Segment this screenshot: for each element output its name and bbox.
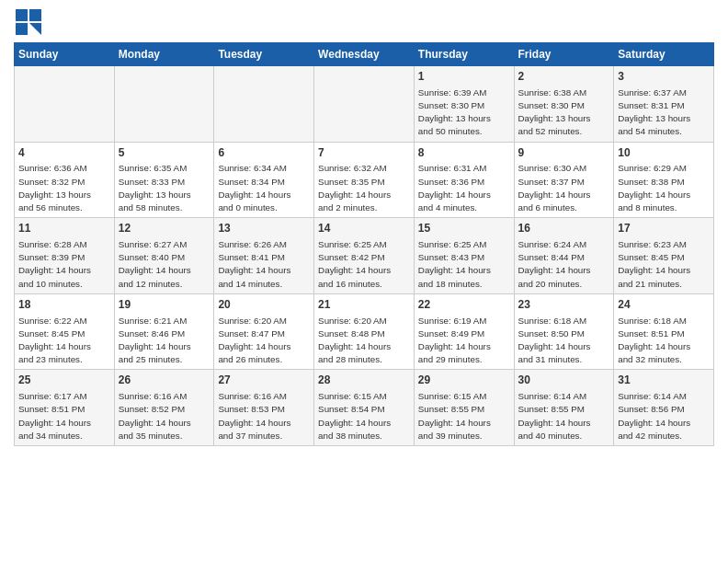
- day-of-week-header: Sunday: [15, 43, 115, 66]
- day-info-line: Sunset: 8:41 PM: [218, 252, 284, 262]
- calendar-cell: [214, 66, 314, 143]
- day-info-line: and 26 minutes.: [218, 354, 282, 364]
- day-info-line: Sunset: 8:55 PM: [418, 404, 484, 414]
- calendar-cell: 27Sunrise: 6:16 AMSunset: 8:53 PMDayligh…: [214, 370, 314, 446]
- day-info-line: and 34 minutes.: [18, 431, 83, 441]
- calendar-table: SundayMondayTuesdayWednesdayThursdayFrid…: [14, 42, 714, 446]
- day-info: Sunrise: 6:29 AMSunset: 8:38 PMDaylight:…: [618, 162, 710, 214]
- day-info-line: Sunset: 8:56 PM: [618, 404, 684, 414]
- svg-rect-2: [16, 23, 28, 35]
- day-info: Sunrise: 6:21 AMSunset: 8:46 PMDaylight:…: [119, 315, 210, 367]
- calendar-cell: 16Sunrise: 6:24 AMSunset: 8:44 PMDayligh…: [514, 218, 614, 294]
- day-info-line: Sunrise: 6:14 AM: [518, 391, 587, 401]
- calendar-cell: 7Sunrise: 6:32 AMSunset: 8:35 PMDaylight…: [314, 142, 415, 218]
- day-info: Sunrise: 6:27 AMSunset: 8:40 PMDaylight:…: [119, 238, 210, 291]
- day-info-line: and 40 minutes.: [518, 431, 583, 441]
- day-info: Sunrise: 6:20 AMSunset: 8:48 PMDaylight:…: [318, 315, 410, 367]
- day-number: 1: [418, 69, 510, 85]
- day-info-line: Sunset: 8:54 PM: [318, 404, 384, 414]
- day-info-line: Sunset: 8:55 PM: [518, 404, 585, 414]
- day-info-line: and 35 minutes.: [119, 431, 183, 441]
- day-info-line: Daylight: 14 hours: [518, 265, 591, 275]
- day-of-week-header: Saturday: [614, 43, 714, 66]
- day-info-line: and 31 minutes.: [518, 354, 583, 364]
- day-number: 17: [618, 221, 710, 236]
- calendar-cell: 19Sunrise: 6:21 AMSunset: 8:46 PMDayligh…: [114, 293, 214, 370]
- day-number: 13: [218, 221, 310, 236]
- day-info-line: Sunrise: 6:18 AM: [618, 316, 687, 326]
- day-number: 29: [418, 373, 510, 388]
- calendar-cell: 10Sunrise: 6:29 AMSunset: 8:38 PMDayligh…: [614, 142, 714, 218]
- day-info-line: Sunset: 8:30 PM: [518, 100, 585, 110]
- day-number: 3: [618, 69, 710, 85]
- day-info-line: and 58 minutes.: [119, 202, 183, 213]
- day-info: Sunrise: 6:18 AMSunset: 8:51 PMDaylight:…: [618, 315, 710, 367]
- day-number: 18: [18, 297, 110, 313]
- day-of-week-header: Thursday: [414, 43, 514, 66]
- day-number: 8: [418, 145, 510, 161]
- calendar-cell: 13Sunrise: 6:26 AMSunset: 8:41 PMDayligh…: [214, 218, 314, 294]
- calendar-cell: 28Sunrise: 6:15 AMSunset: 8:54 PMDayligh…: [314, 370, 415, 446]
- calendar-cell: 9Sunrise: 6:30 AMSunset: 8:37 PMDaylight…: [514, 142, 614, 218]
- day-info-line: Sunrise: 6:26 AM: [218, 239, 287, 249]
- day-info-line: Sunset: 8:32 PM: [18, 177, 85, 187]
- day-info-line: Sunset: 8:31 PM: [618, 100, 684, 110]
- day-info: Sunrise: 6:30 AMSunset: 8:37 PMDaylight:…: [518, 162, 610, 214]
- day-info-line: Sunset: 8:53 PM: [218, 404, 284, 414]
- calendar-cell: 4Sunrise: 6:36 AMSunset: 8:32 PMDaylight…: [15, 142, 115, 218]
- day-info-line: Sunset: 8:37 PM: [518, 177, 585, 187]
- day-number: 19: [119, 297, 210, 313]
- calendar-cell: 6Sunrise: 6:34 AMSunset: 8:34 PMDaylight…: [214, 142, 314, 218]
- day-info-line: and 25 minutes.: [119, 354, 183, 364]
- day-info-line: Sunrise: 6:15 AM: [418, 391, 487, 401]
- calendar-cell: [15, 66, 115, 143]
- day-info-line: Sunset: 8:44 PM: [518, 252, 585, 262]
- day-info-line: and 38 minutes.: [318, 431, 382, 441]
- day-info-line: Sunrise: 6:27 AM: [119, 239, 188, 249]
- day-number: 20: [218, 297, 310, 313]
- day-info-line: and 54 minutes.: [618, 126, 682, 136]
- day-info-line: Daylight: 14 hours: [318, 341, 391, 351]
- day-info-line: Daylight: 14 hours: [218, 341, 290, 351]
- day-number: 23: [518, 297, 610, 313]
- calendar-cell: 26Sunrise: 6:16 AMSunset: 8:52 PMDayligh…: [114, 370, 214, 446]
- day-number: 16: [518, 221, 610, 236]
- day-number: 10: [618, 145, 710, 161]
- calendar-cell: 22Sunrise: 6:19 AMSunset: 8:49 PMDayligh…: [414, 293, 514, 370]
- day-info: Sunrise: 6:20 AMSunset: 8:47 PMDaylight:…: [218, 315, 310, 367]
- logo: [14, 9, 45, 35]
- day-info-line: Sunset: 8:30 PM: [418, 100, 484, 110]
- day-info-line: Daylight: 14 hours: [518, 418, 591, 428]
- day-info-line: Sunset: 8:35 PM: [318, 177, 384, 187]
- day-info-line: Sunrise: 6:16 AM: [218, 391, 287, 401]
- day-info-line: Sunrise: 6:15 AM: [318, 391, 387, 401]
- day-info-line: Daylight: 14 hours: [318, 190, 391, 200]
- day-info-line: Sunrise: 6:35 AM: [119, 163, 188, 173]
- day-info-line: Daylight: 14 hours: [518, 341, 591, 351]
- calendar-week-row: 18Sunrise: 6:22 AMSunset: 8:45 PMDayligh…: [15, 293, 714, 370]
- day-info: Sunrise: 6:17 AMSunset: 8:51 PMDaylight:…: [18, 390, 110, 442]
- day-number: 21: [318, 297, 410, 313]
- day-info-line: Daylight: 14 hours: [18, 265, 91, 275]
- day-info-line: Daylight: 14 hours: [119, 265, 191, 275]
- day-info-line: and 6 minutes.: [518, 202, 577, 213]
- day-info-line: and 14 minutes.: [218, 279, 282, 289]
- calendar-cell: 12Sunrise: 6:27 AMSunset: 8:40 PMDayligh…: [114, 218, 214, 294]
- day-of-week-header: Tuesday: [214, 43, 314, 66]
- day-number: 11: [18, 221, 110, 236]
- day-info: Sunrise: 6:24 AMSunset: 8:44 PMDaylight:…: [518, 238, 610, 291]
- day-info-line: Sunrise: 6:20 AM: [218, 316, 287, 326]
- day-info-line: and 20 minutes.: [518, 279, 583, 289]
- calendar-cell: 3Sunrise: 6:37 AMSunset: 8:31 PMDaylight…: [614, 66, 714, 143]
- calendar-week-row: 1Sunrise: 6:39 AMSunset: 8:30 PMDaylight…: [15, 66, 714, 143]
- day-info-line: Daylight: 14 hours: [119, 418, 191, 428]
- day-info-line: Daylight: 14 hours: [119, 341, 191, 351]
- day-info: Sunrise: 6:38 AMSunset: 8:30 PMDaylight:…: [518, 86, 610, 139]
- day-info: Sunrise: 6:15 AMSunset: 8:54 PMDaylight:…: [318, 390, 410, 442]
- calendar-cell: 11Sunrise: 6:28 AMSunset: 8:39 PMDayligh…: [15, 218, 115, 294]
- day-info: Sunrise: 6:34 AMSunset: 8:34 PMDaylight:…: [218, 162, 310, 214]
- calendar-cell: 24Sunrise: 6:18 AMSunset: 8:51 PMDayligh…: [614, 293, 714, 370]
- calendar-cell: 2Sunrise: 6:38 AMSunset: 8:30 PMDaylight…: [514, 66, 614, 143]
- day-info-line: Sunset: 8:51 PM: [618, 328, 684, 339]
- day-info-line: and 10 minutes.: [18, 279, 83, 289]
